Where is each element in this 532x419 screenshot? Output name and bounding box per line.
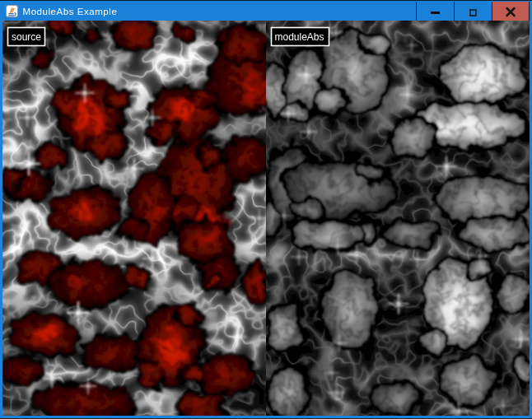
svg-text:source: source: [12, 31, 41, 43]
svg-text:moduleAbs: moduleAbs: [275, 31, 324, 43]
svg-text:ModuleAbs Example: ModuleAbs Example: [23, 7, 118, 16]
